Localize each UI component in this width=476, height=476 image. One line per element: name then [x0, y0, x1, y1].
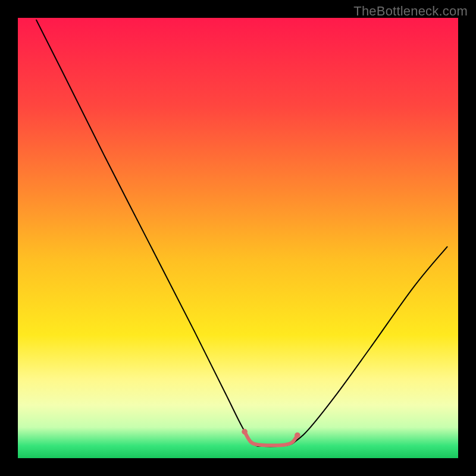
highlight-endpoint [242, 429, 248, 435]
highlight-endpoint [295, 433, 300, 439]
bottleneck-chart [0, 0, 476, 476]
watermark-text: TheBottleneck.com [353, 4, 468, 19]
plot-background [18, 18, 458, 458]
chart-stage: TheBottleneck.com [0, 0, 476, 476]
